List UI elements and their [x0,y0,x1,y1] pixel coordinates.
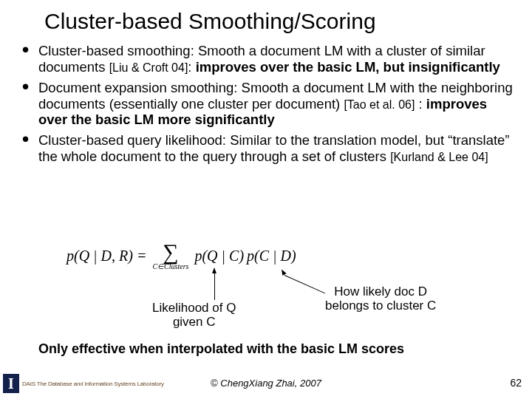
sigma-sub: C∈Clusters [152,263,188,270]
annotation-text: given C [173,315,216,329]
bullet-tail: : [415,96,426,112]
bullet-cite: [Kurland & Lee 04] [390,151,488,163]
formula-term2: p(C | D) [247,248,296,265]
arrow-icon [212,267,216,273]
footer-note: Only effective when interpolated with th… [38,341,404,357]
copyright: © ChengXiang Zhai, 2007 [0,378,532,389]
slide-title: Cluster-based Smoothing/Scoring [44,9,376,34]
bullet-bold: improves over the basic LM, but insignif… [196,59,500,75]
bullet-tail: : [188,59,195,75]
connector-line [214,270,215,300]
formula: p(Q | D, R) = ∑ C∈Clusters p(Q | C) p(C … [66,241,502,270]
page-number: 62 [510,377,522,389]
bullet-dot-icon: • [22,80,38,129]
bullet-cite: [Tao et al. 06] [344,98,415,111]
annotation-text: belongs to cluster C [325,299,436,313]
annotation-left: Likelihood of Q given C [152,301,236,329]
bullet-cite: [Liu & Croft 04] [109,61,188,74]
annotation-text: Likelihood of Q [152,301,236,315]
list-item: • Document expansion smoothing: Smooth a… [22,80,514,129]
bullet-dot-icon: • [22,132,38,165]
bullet-text: Cluster-based query likelihood: Similar … [38,132,514,165]
list-item: • Cluster-based query likelihood: Simila… [22,132,514,165]
annotation-text: How likely doc D [334,284,427,299]
bullet-text: Document expansion smoothing: Smooth a d… [38,80,514,129]
annotation-right: How likely doc D belongs to cluster C [325,285,436,313]
bullet-dot-icon: • [22,43,38,75]
sigma-icon: ∑ C∈Clusters [152,241,188,270]
slide: Cluster-based Smoothing/Scoring • Cluste… [0,0,532,399]
bullet-text: Cluster-based smoothing: Smooth a docume… [38,43,514,75]
formula-term1: p(Q | C) [194,248,244,265]
bullet-list: • Cluster-based smoothing: Smooth a docu… [22,43,514,169]
list-item: • Cluster-based smoothing: Smooth a docu… [22,43,514,75]
formula-lhs: p(Q | D, R) = [66,248,146,265]
